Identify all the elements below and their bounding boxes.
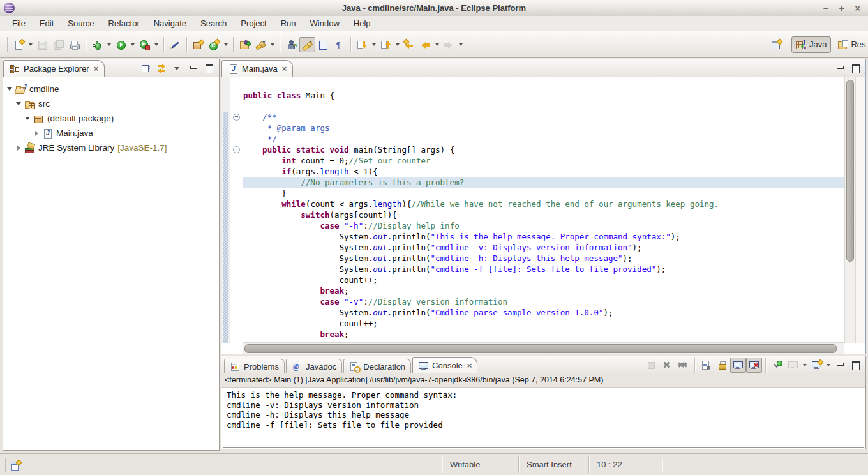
fast-view-button[interactable]	[10, 459, 26, 472]
code-line[interactable]: break;	[243, 329, 844, 340]
run-menu-button[interactable]	[129, 37, 137, 52]
print-button[interactable]	[66, 37, 82, 52]
show-stdout-button[interactable]	[730, 358, 746, 373]
menu-navigate[interactable]: Navigate	[147, 16, 193, 31]
fold-collapse-icon[interactable]	[233, 114, 240, 121]
code-line[interactable]: switch(args[count]){	[243, 209, 844, 220]
code-line[interactable]: System.out.println("cmdline -h: Displays…	[243, 253, 844, 264]
display-console-menu-button[interactable]	[801, 358, 809, 373]
code-line[interactable]: * @param args	[243, 123, 844, 133]
menu-help[interactable]: Help	[347, 16, 378, 31]
next-annotation-menu-button[interactable]	[370, 37, 378, 52]
show-stderr-button[interactable]	[746, 358, 762, 373]
pen-slash-button[interactable]	[167, 37, 183, 52]
terminate-button[interactable]	[643, 358, 659, 373]
tree-item-jre-system-library[interactable]: JRE System Library[JavaSE-1.7]	[3, 140, 219, 155]
tab-main-java[interactable]: J Main.java ×	[221, 60, 293, 77]
window-maximize-button[interactable]: +	[839, 3, 844, 13]
scroll-lock-button[interactable]	[714, 358, 730, 373]
menu-edit[interactable]: Edit	[33, 16, 61, 31]
window-minimize-button[interactable]: −	[823, 3, 829, 13]
expand-arrow-icon[interactable]	[17, 146, 20, 151]
editor-vertical-scrollbar[interactable]	[844, 77, 855, 343]
maximize-button[interactable]	[848, 358, 864, 373]
save-button[interactable]	[34, 37, 50, 52]
minimize-button[interactable]	[832, 358, 848, 373]
menu-run[interactable]: Run	[274, 16, 303, 31]
minimize-button[interactable]	[186, 61, 202, 76]
remove-all-launches-button[interactable]	[675, 358, 691, 373]
view-menu-button[interactable]	[170, 61, 186, 76]
open-task-button[interactable]	[237, 37, 253, 52]
tab-javadoc[interactable]: @Javadoc	[286, 359, 342, 373]
menu-file[interactable]: File	[5, 16, 33, 31]
open-perspective-button[interactable]	[770, 37, 781, 52]
horizontal-scrollbar-thumb[interactable]	[244, 344, 837, 353]
debug-button[interactable]	[89, 37, 105, 52]
collapse-arrow-icon[interactable]	[16, 102, 21, 105]
search-menu-button[interactable]	[269, 37, 276, 52]
vertical-scrollbar-thumb[interactable]	[846, 80, 854, 262]
code-line[interactable]: }	[243, 188, 844, 199]
maximize-button[interactable]	[202, 61, 218, 76]
code-line[interactable]: public static void main(String[] args) {	[243, 144, 844, 155]
menu-window[interactable]: Window	[303, 16, 347, 31]
pin-console-button[interactable]	[769, 358, 785, 373]
code-line[interactable]: if(args.length < 1){	[243, 166, 844, 177]
tree-item-src[interactable]: src	[3, 96, 219, 111]
tree-item-default-package[interactable]: (default package)	[3, 111, 219, 126]
close-tab-icon[interactable]: ×	[94, 64, 99, 73]
code-line[interactable]: int count = 0;//Set our counter	[243, 155, 844, 166]
menu-search[interactable]: Search	[193, 16, 234, 31]
collapse-arrow-icon[interactable]	[7, 87, 12, 91]
breadcrumb-button[interactable]: G	[283, 37, 299, 52]
code-line[interactable]: while(count < args.length){//While we ha…	[243, 199, 844, 209]
code-line[interactable]: public class Main {	[243, 90, 844, 101]
save-all-button[interactable]	[50, 37, 66, 52]
run-external-tools-menu-button[interactable]	[153, 37, 160, 52]
maximize-button[interactable]	[848, 61, 864, 76]
code-line[interactable]	[243, 101, 844, 112]
code-line[interactable]: /**	[243, 112, 844, 123]
debug-menu-button[interactable]	[105, 37, 113, 52]
remove-launch-button[interactable]	[659, 358, 675, 373]
tree-item-cmdline[interactable]: Jcmdline	[3, 82, 219, 96]
close-tab-icon[interactable]: ×	[467, 361, 472, 370]
open-console-menu-button[interactable]	[825, 358, 832, 373]
fold-collapse-icon[interactable]	[233, 146, 240, 153]
mark-occurrences-button[interactable]	[299, 37, 315, 52]
previous-annotation-menu-button[interactable]	[394, 37, 401, 52]
perspective-java-button[interactable]: JJava	[791, 36, 831, 53]
show-whitespace-button[interactable]: ¶	[331, 37, 347, 52]
run-external-tools-button[interactable]	[137, 37, 153, 52]
run-button[interactable]	[113, 37, 129, 52]
clear-console-button[interactable]	[698, 358, 714, 373]
code-line[interactable]: System.out.println("cmdline -v: Displays…	[243, 242, 844, 253]
new-java-class-button[interactable]: C	[206, 37, 222, 52]
window-close-button[interactable]: ×	[855, 3, 860, 13]
code-line[interactable]: System.out.println("cmdline -f [file]: S…	[243, 264, 844, 275]
show-selected-element-button[interactable]	[315, 37, 331, 52]
console-output[interactable]: This is the help message. Proper command…	[223, 388, 864, 448]
search-button[interactable]	[253, 37, 269, 52]
tab-problems[interactable]: Problems	[224, 359, 285, 373]
menu-source[interactable]: Source	[61, 16, 101, 31]
collapse-all-button[interactable]	[138, 61, 154, 76]
new-java-project-button[interactable]	[190, 37, 206, 52]
code-line[interactable]: System.out.println("Cmdline parse sample…	[243, 307, 844, 318]
code-line[interactable]: case "-v"://Display version information	[243, 296, 844, 307]
perspective-res-button[interactable]: Res	[833, 36, 868, 53]
back-button[interactable]	[417, 37, 433, 52]
forward-button[interactable]	[441, 37, 457, 52]
editor-code[interactable]: public class Main { /** * @param args */…	[243, 77, 844, 343]
forward-menu-button[interactable]	[457, 37, 465, 52]
collapse-arrow-icon[interactable]	[25, 117, 30, 120]
new-wizard-menu-button[interactable]	[27, 37, 34, 52]
code-line[interactable]: count++;	[243, 318, 844, 329]
display-console-button[interactable]	[785, 358, 801, 373]
code-line[interactable]: break;	[243, 285, 844, 296]
close-tab-icon[interactable]: ×	[282, 64, 287, 73]
editor-horizontal-scrollbar[interactable]	[243, 342, 844, 354]
code-line[interactable]: case "-h"://Display help info	[243, 220, 844, 231]
minimize-button[interactable]	[832, 61, 848, 76]
